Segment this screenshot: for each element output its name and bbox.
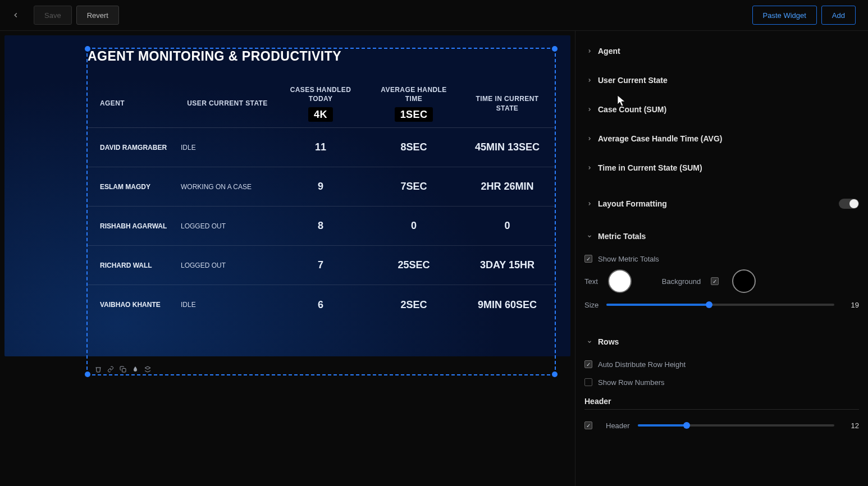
cell-agent: DAVID RAMGRABER <box>88 144 181 152</box>
col-head-agent: AGENT <box>88 99 181 108</box>
cell-agent: VAIBHAO KHANTE <box>88 301 181 309</box>
chevron-right-icon <box>584 107 595 112</box>
metric-totals-body: Show Metric Totals Text Background Size … <box>584 247 859 320</box>
cell-avg: 7SEC <box>367 181 460 192</box>
chevron-right-icon <box>584 165 595 171</box>
canvas-area[interactable]: AGENT MONITORING & PRODUCTIVITY AGENT US… <box>0 31 575 486</box>
table-row[interactable]: RICHARD WALL LOGGED OUT 7 25SEC 3DAY 15H… <box>88 246 555 285</box>
rows-section[interactable]: Rows <box>584 331 859 353</box>
table-row[interactable]: RISHABH AGARWAL LOGGED OUT 8 0 0 <box>88 207 555 246</box>
metric-total-avg: 1SEC <box>395 107 433 122</box>
col-head-state: USER CURRENT STATE <box>181 99 274 108</box>
layout-formatting-toggle[interactable] <box>839 199 859 209</box>
col-head-time: TIME IN CURRENT STATE <box>460 94 554 112</box>
chevron-right-icon <box>584 136 595 141</box>
widget-title: AGENT MONITORING & PRODUCTIVITY <box>88 49 570 64</box>
cell-time: 2HR 26MIN <box>460 181 554 192</box>
cell-avg: 25SEC <box>367 259 460 271</box>
cell-state: LOGGED OUT <box>181 262 274 269</box>
link-icon[interactable] <box>107 365 115 373</box>
chevron-down-icon <box>584 339 595 345</box>
text-color-swatch[interactable] <box>608 269 632 293</box>
chevron-right-icon <box>584 48 595 54</box>
field-item-agent[interactable]: Agent <box>584 36 859 66</box>
field-label: Time in Current State (SUM) <box>598 163 702 172</box>
header-subsection-label: Header <box>584 397 859 410</box>
table-row[interactable]: ESLAM MAGDY WORKING ON A CASE 9 7SEC 2HR… <box>88 167 555 207</box>
droplet-icon[interactable] <box>131 365 139 373</box>
background-color-swatch[interactable] <box>732 269 756 293</box>
cell-avg: 8SEC <box>367 141 460 153</box>
cell-state: LOGGED OUT <box>181 222 274 230</box>
cell-agent: ESLAM MAGDY <box>88 183 181 191</box>
layout-formatting-section[interactable]: Layout Formatting <box>584 192 859 215</box>
table-header: AGENT USER CURRENT STATE CASES HANDLED T… <box>88 80 555 128</box>
rows-section-body: Auto Distribute Row Height Show Row Numb… <box>584 353 859 441</box>
field-label: Agent <box>598 47 620 56</box>
cell-avg: 2SEC <box>367 299 460 311</box>
paste-widget-button[interactable]: Paste Widget <box>752 6 817 25</box>
header-size-slider[interactable] <box>638 424 834 427</box>
dashboard-canvas[interactable]: AGENT MONITORING & PRODUCTIVITY AGENT US… <box>4 35 570 356</box>
widget-mini-toolbar <box>94 365 152 373</box>
trash-icon[interactable] <box>94 365 102 373</box>
cell-cases: 9 <box>274 181 367 192</box>
background-color-label: Background <box>662 277 701 286</box>
col-head-avg-label: AVERAGE HANDLE TIME <box>372 85 456 103</box>
table-row[interactable]: VAIBHAO KHANTE IDLE 6 2SEC 9MIN 60SEC <box>88 285 555 324</box>
field-label: Case Count (SUM) <box>598 105 666 114</box>
layers-icon[interactable] <box>144 365 152 373</box>
svg-marker-1 <box>145 366 150 369</box>
field-item-user-state[interactable]: User Current State <box>584 66 859 95</box>
revert-button[interactable]: Revert <box>76 6 119 25</box>
properties-panel[interactable]: Agent User Current State Case Count (SUM… <box>575 31 868 486</box>
field-item-case-count[interactable]: Case Count (SUM) <box>584 95 859 124</box>
chevron-down-icon <box>584 233 595 239</box>
cell-time: 45MIN 13SEC <box>460 141 554 153</box>
header-checkbox-label: Header <box>606 421 630 430</box>
header-size-value: 12 <box>842 421 859 430</box>
svg-rect-0 <box>122 369 126 373</box>
col-head-cases: CASES HANDLED TODAY 4K <box>274 85 367 122</box>
metric-totals-section[interactable]: Metric Totals <box>584 225 859 247</box>
save-button[interactable]: Save <box>34 6 72 25</box>
section-label: Layout Formatting <box>598 199 667 208</box>
col-head-avg: AVERAGE HANDLE TIME 1SEC <box>367 85 460 122</box>
chevron-left-icon <box>12 11 20 19</box>
back-button[interactable] <box>8 7 24 23</box>
cell-avg: 0 <box>367 220 460 232</box>
cell-cases: 7 <box>274 259 367 271</box>
cell-time: 0 <box>460 220 554 232</box>
chevron-right-icon <box>584 77 595 83</box>
section-label: Rows <box>598 337 619 346</box>
background-enable-checkbox[interactable] <box>711 277 719 285</box>
auto-distribute-checkbox[interactable] <box>584 360 592 368</box>
cell-agent: RICHARD WALL <box>88 262 181 269</box>
cell-agent: RISHABH AGARWAL <box>88 222 181 230</box>
copy-icon[interactable] <box>119 365 127 373</box>
widget-table[interactable]: AGENT USER CURRENT STATE CASES HANDLED T… <box>88 80 555 324</box>
size-slider[interactable] <box>606 304 834 306</box>
header-checkbox[interactable] <box>584 421 592 429</box>
table-row[interactable]: DAVID RAMGRABER IDLE 11 8SEC 45MIN 13SEC <box>88 128 555 167</box>
cell-time: 9MIN 60SEC <box>460 299 554 311</box>
col-head-cases-label: CASES HANDLED TODAY <box>278 85 363 103</box>
cell-cases: 8 <box>274 220 367 232</box>
show-row-numbers-label: Show Row Numbers <box>598 378 665 387</box>
resize-handle-br[interactable] <box>552 372 558 377</box>
cell-time: 3DAY 15HR <box>460 259 554 271</box>
show-metric-totals-checkbox[interactable] <box>584 255 592 263</box>
metric-total-cases: 4K <box>308 107 333 122</box>
show-row-numbers-checkbox[interactable] <box>584 378 592 386</box>
field-label: Average Case Handle Time (AVG) <box>598 134 722 143</box>
size-label: Size <box>584 301 599 309</box>
add-button[interactable]: Add <box>821 6 856 25</box>
cell-cases: 11 <box>274 141 367 153</box>
resize-handle-bl[interactable] <box>85 372 90 377</box>
field-item-time-in-state[interactable]: Time in Current State (SUM) <box>584 153 859 182</box>
field-item-avg-handle-time[interactable]: Average Case Handle Time (AVG) <box>584 124 859 153</box>
field-label: User Current State <box>598 76 668 85</box>
text-color-label: Text <box>584 277 598 286</box>
cell-state: WORKING ON A CASE <box>181 183 274 191</box>
chevron-right-icon <box>584 201 595 207</box>
